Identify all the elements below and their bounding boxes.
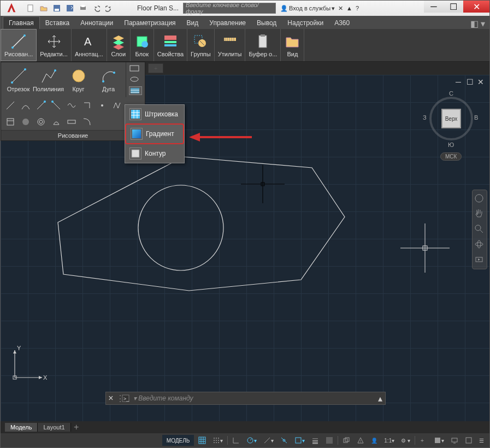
panel-modify[interactable]: Редакти... bbox=[37, 29, 72, 61]
draw-mini-9[interactable] bbox=[4, 116, 16, 128]
status-transparency-icon[interactable] bbox=[323, 435, 335, 446]
status-snap-icon[interactable]: ▾ bbox=[210, 435, 225, 446]
cmdline-close-icon[interactable]: × bbox=[106, 393, 116, 403]
panel-clipboard[interactable]: Буфер о... bbox=[245, 29, 281, 61]
viewcube-north[interactable]: С bbox=[449, 90, 453, 97]
status-model-button[interactable]: МОДЕЛЬ bbox=[162, 435, 194, 446]
viewcube-top-face[interactable]: Верх bbox=[441, 109, 461, 128]
viewcube-east[interactable]: В bbox=[474, 114, 478, 121]
status-annomonitor-icon[interactable]: ! bbox=[355, 435, 367, 446]
draw-ellipse-button[interactable] bbox=[129, 75, 142, 84]
help-icon[interactable]: ? bbox=[356, 5, 359, 11]
draw-arc-button[interactable]: Дуга bbox=[93, 66, 123, 93]
ribbon-tab-parametric[interactable]: Параметризация bbox=[119, 17, 181, 29]
ribbon-tab-a360[interactable]: A360 bbox=[329, 17, 355, 29]
viewport-close-icon[interactable]: ✕ bbox=[477, 78, 485, 86]
nav-pan-icon[interactable] bbox=[474, 209, 485, 220]
ribbon-tab-addins[interactable]: Надстройки bbox=[282, 17, 329, 29]
viewcube[interactable]: Верх С Ю З В МСК bbox=[424, 91, 479, 162]
ribbon-tab-home[interactable]: Главная bbox=[3, 16, 40, 29]
status-osnap-icon[interactable]: ▾ bbox=[292, 435, 307, 446]
panel-draw[interactable]: Рисован... bbox=[1, 29, 37, 61]
draw-mini-1[interactable] bbox=[4, 99, 16, 111]
draw-mini-11[interactable] bbox=[35, 116, 47, 128]
ribbon-tab-annotate[interactable]: Аннотации bbox=[75, 17, 119, 29]
a360-icon[interactable]: ▲ bbox=[346, 5, 352, 11]
layout-tab-layout1[interactable]: Layout1 bbox=[38, 423, 70, 432]
flyout-hatch[interactable]: Штриховка bbox=[125, 105, 184, 123]
nav-zoom-icon[interactable] bbox=[474, 224, 485, 235]
search-input[interactable]: Введите ключевое слово/фразу bbox=[183, 3, 276, 14]
maximize-button[interactable]: ☐ bbox=[444, 1, 463, 13]
draw-polyline-button[interactable]: Полилиния bbox=[33, 66, 63, 93]
file-tab-add[interactable]: + bbox=[148, 63, 163, 73]
draw-mini-2[interactable] bbox=[20, 99, 32, 111]
draw-mini-10[interactable] bbox=[20, 116, 32, 128]
qat-print-icon[interactable] bbox=[77, 2, 89, 14]
nav-steering-icon[interactable] bbox=[474, 193, 485, 204]
status-monitor-icon[interactable] bbox=[448, 435, 461, 446]
draw-mini-14[interactable] bbox=[81, 116, 93, 128]
layout-tab-add[interactable]: + bbox=[71, 422, 82, 432]
cmdline-history-icon[interactable]: ▴ bbox=[375, 393, 385, 404]
draw-mini-12[interactable] bbox=[50, 116, 62, 128]
status-annoscale-icon[interactable]: 👤 bbox=[369, 435, 380, 446]
status-customize-icon[interactable]: ☰ bbox=[477, 435, 486, 446]
status-polar-icon[interactable]: ▾ bbox=[244, 435, 259, 446]
qat-save-icon[interactable] bbox=[51, 2, 63, 14]
draw-mini-4[interactable] bbox=[50, 99, 62, 111]
signin-button[interactable]: 👤 Вход в службы ▾ bbox=[280, 5, 335, 12]
panel-utilities[interactable]: Утилиты bbox=[215, 29, 246, 61]
status-annovis-icon[interactable]: + bbox=[417, 435, 429, 446]
draw-mini-3[interactable] bbox=[35, 99, 47, 111]
qat-saveas-icon[interactable] bbox=[64, 2, 76, 14]
status-iso-icon[interactable]: ▾ bbox=[261, 435, 276, 446]
viewport-minimize-icon[interactable]: ─ bbox=[456, 78, 463, 86]
cmdline-input[interactable]: ▾ Введите команду bbox=[131, 394, 375, 402]
status-lineweight-icon[interactable] bbox=[309, 435, 321, 446]
layout-tab-model[interactable]: Модель bbox=[5, 423, 38, 432]
ribbon-tab-manage[interactable]: Управление bbox=[204, 17, 251, 29]
flyout-boundary[interactable]: Контур bbox=[125, 144, 184, 163]
nav-orbit-icon[interactable] bbox=[474, 239, 485, 250]
qat-open-icon[interactable] bbox=[38, 2, 50, 14]
status-scale[interactable]: 1:1 ▾ bbox=[382, 435, 397, 446]
panel-groups[interactable]: Группы bbox=[187, 29, 215, 61]
status-workspace-icon[interactable]: ▾ bbox=[432, 435, 446, 446]
panel-properties[interactable]: Свойства bbox=[154, 29, 187, 61]
ribbon-tab-view[interactable]: Вид bbox=[181, 17, 204, 29]
wcs-badge[interactable]: МСК bbox=[440, 152, 462, 161]
qat-redo-icon[interactable] bbox=[103, 2, 115, 14]
status-gear-icon[interactable]: ⚙ ▾ bbox=[399, 435, 412, 446]
close-button[interactable]: ✕ bbox=[463, 1, 489, 13]
panel-layers[interactable]: Слои bbox=[107, 29, 131, 61]
draw-circle-button[interactable]: Круг bbox=[63, 66, 93, 93]
status-otrack-icon[interactable] bbox=[278, 435, 290, 446]
panel-block[interactable]: Блок bbox=[131, 29, 154, 61]
ribbon-tab-insert[interactable]: Вставка bbox=[40, 17, 75, 29]
draw-mini-8[interactable] bbox=[111, 99, 123, 111]
ribbon-extra-icon[interactable]: ◧ ▾ bbox=[470, 19, 485, 29]
draw-mini-7[interactable] bbox=[96, 99, 108, 111]
status-selcycle-icon[interactable] bbox=[340, 435, 352, 446]
status-grid-icon[interactable] bbox=[196, 435, 208, 446]
qat-new-icon[interactable] bbox=[25, 2, 37, 14]
viewcube-south[interactable]: Ю bbox=[448, 142, 454, 148]
status-cleanscreen-icon[interactable] bbox=[463, 435, 475, 446]
draw-mini-5[interactable] bbox=[66, 99, 78, 111]
viewport-maximize-icon[interactable]: ☐ bbox=[467, 78, 474, 86]
draw-mini-13[interactable] bbox=[66, 116, 78, 128]
nav-showmotion-icon[interactable] bbox=[474, 255, 485, 266]
draw-line-button[interactable]: Отрезок bbox=[3, 66, 33, 93]
flyout-gradient[interactable]: Градиент bbox=[125, 123, 184, 144]
panel-annotation[interactable]: A Аннотац... bbox=[72, 29, 107, 61]
draw-mini-6[interactable] bbox=[81, 99, 93, 111]
viewcube-west[interactable]: З bbox=[423, 114, 427, 121]
cmdline-grip-icon[interactable]: ⋮ bbox=[116, 393, 120, 404]
minimize-button[interactable]: ─ bbox=[424, 1, 444, 13]
qat-undo-icon[interactable] bbox=[90, 2, 102, 14]
status-ortho-icon[interactable] bbox=[230, 435, 242, 446]
command-line[interactable]: × ⋮ >_ ▾ Введите команду ▴ bbox=[105, 392, 386, 405]
panel-view[interactable]: Вид bbox=[281, 29, 304, 61]
draw-rect-button[interactable] bbox=[129, 64, 142, 73]
